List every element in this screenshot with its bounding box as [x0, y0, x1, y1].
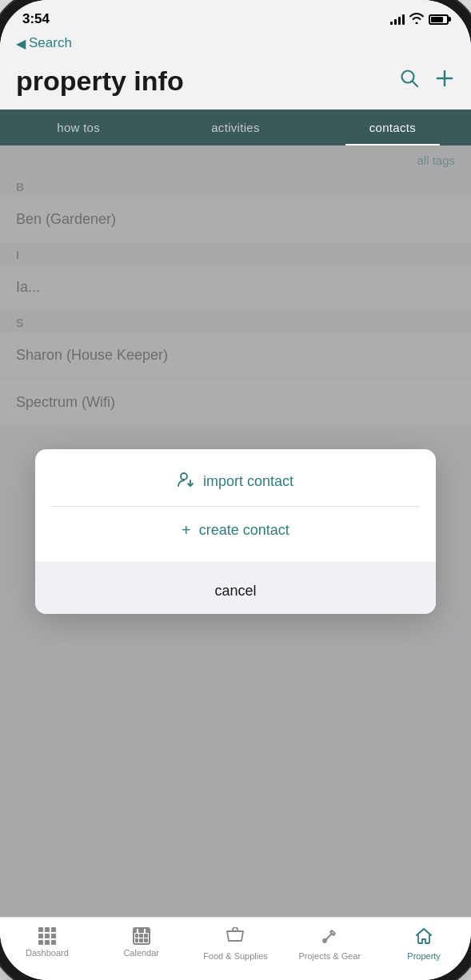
tab-bar: how tos activities contacts [0, 110, 471, 145]
nav-projects-gear-label: Projects & Gear [298, 951, 361, 961]
svg-point-4 [181, 473, 187, 480]
back-nav: ◀ Search [0, 32, 471, 59]
projects-gear-icon [321, 927, 338, 948]
svg-line-1 [413, 82, 418, 87]
page-header: property info [0, 59, 471, 110]
status-icons [390, 13, 449, 26]
modal-sheet: import contact + create contact cancel [35, 449, 436, 614]
import-contact-button[interactable]: import contact [35, 457, 436, 506]
nav-property[interactable]: Property [377, 924, 471, 964]
cancel-button[interactable]: cancel [35, 568, 436, 614]
search-button[interactable] [399, 68, 420, 94]
tab-how-tos[interactable]: how tos [0, 110, 157, 145]
tab-contacts[interactable]: contacts [314, 110, 471, 145]
phone-screen: 3:54 [0, 0, 471, 980]
create-contact-button[interactable]: + create contact [35, 507, 436, 554]
modal-cancel-section: cancel [35, 562, 436, 614]
back-button[interactable]: ◀ Search [16, 35, 455, 51]
tab-activities[interactable]: activities [157, 110, 313, 145]
modal-actions: import contact + create contact [35, 449, 436, 562]
import-contact-icon [178, 472, 195, 492]
create-contact-icon: + [182, 521, 191, 540]
header-actions [399, 68, 455, 94]
status-bar: 3:54 [0, 0, 471, 32]
back-chevron-icon: ◀ [16, 36, 26, 51]
modal-overlay[interactable]: import contact + create contact cancel [0, 145, 471, 917]
status-time: 3:54 [22, 11, 50, 27]
calendar-icon [133, 927, 150, 945]
wifi-icon [409, 13, 424, 26]
bottom-nav: Dashboard C [0, 917, 471, 980]
back-label: Search [29, 35, 72, 51]
nav-dashboard-label: Dashboard [26, 948, 69, 958]
create-contact-label: create contact [199, 522, 289, 539]
nav-calendar[interactable]: Calendar [94, 924, 189, 964]
food-supplies-icon [226, 927, 244, 948]
nav-projects-gear[interactable]: Projects & Gear [282, 924, 377, 964]
nav-dashboard[interactable]: Dashboard [0, 924, 94, 964]
content-area: all tags B Ben (Gardener) I Ia... S Shar… [0, 145, 471, 917]
page-title: property info [16, 66, 184, 97]
dashboard-icon [38, 927, 56, 945]
nav-calendar-label: Calendar [123, 948, 159, 958]
nav-food-supplies-label: Food & Supplies [203, 951, 268, 961]
nav-property-label: Property [407, 951, 441, 961]
import-contact-label: import contact [203, 473, 293, 490]
property-icon [415, 927, 433, 948]
add-button[interactable] [434, 68, 455, 94]
nav-food-supplies[interactable]: Food & Supplies [189, 924, 283, 964]
phone-frame: 3:54 [0, 0, 471, 980]
signal-icon [390, 14, 405, 25]
battery-icon [429, 14, 449, 25]
